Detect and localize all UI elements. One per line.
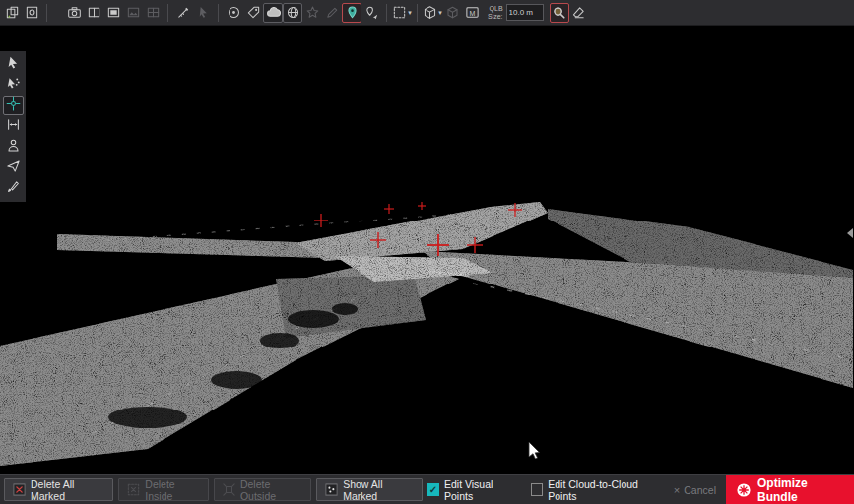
bottom-bar: Delete All MarkedDelete InsideDelete Out… (0, 474, 854, 504)
select-arrow-icon (6, 55, 21, 74)
pin-button[interactable] (342, 3, 361, 23)
left-toolbar (0, 51, 26, 202)
split-view-icon (87, 5, 101, 20)
point-cloud-canvas[interactable] (0, 26, 854, 474)
image-view-button[interactable] (123, 3, 143, 23)
cube-icon (423, 5, 437, 20)
viewport-3d[interactable] (0, 26, 854, 474)
shadow-patch (211, 371, 262, 389)
checkbox-box[interactable] (531, 483, 543, 496)
delete-inside-icon (126, 482, 141, 497)
measure-button[interactable] (173, 3, 193, 23)
select-points-button[interactable] (3, 76, 24, 94)
button-label: Show All Marked (343, 478, 414, 502)
width-measure-icon (6, 117, 21, 136)
project-settings-button[interactable] (22, 3, 41, 23)
delete-outside-button[interactable]: Delete Outside (214, 478, 311, 501)
import-scans-button[interactable] (2, 3, 22, 23)
optimize-burst-icon (736, 482, 752, 498)
person-button[interactable] (3, 138, 24, 157)
magnifier-icon (552, 5, 566, 20)
shadow-patch (332, 303, 358, 315)
cube-button[interactable]: ▾ (423, 3, 442, 23)
toolbar-separator (46, 4, 47, 22)
box-select-button[interactable]: ▾ (392, 3, 412, 23)
project-settings-icon (25, 5, 39, 20)
control-point-marker[interactable] (384, 204, 394, 214)
edit-cloud-to-cloud-checkbox[interactable]: Edit Cloud-to-Cloud Points (531, 478, 662, 502)
brush-button[interactable] (3, 179, 24, 198)
top-toolbar: ▾▾MQLBSize: (0, 0, 854, 26)
image-view-icon (126, 5, 141, 20)
record-button[interactable] (224, 3, 243, 23)
polygon-icon (305, 5, 320, 20)
cancel-button[interactable]: × Cancel (674, 484, 716, 496)
checkbox-label: Edit Cloud-to-Cloud Points (548, 478, 662, 502)
draw-icon (325, 5, 340, 20)
grid-view-button[interactable] (143, 3, 163, 23)
width-measure-button[interactable] (3, 117, 24, 136)
globe-icon (286, 5, 300, 20)
brush-icon (6, 179, 21, 198)
camera-button[interactable] (64, 3, 84, 23)
pick-button[interactable] (193, 3, 213, 23)
qlb-size-input[interactable] (506, 4, 544, 21)
measure-icon (176, 5, 191, 20)
button-label: Delete All Marked (31, 478, 105, 502)
navigate-icon (6, 158, 21, 177)
svg-text:M: M (469, 10, 475, 17)
select-arrow-button[interactable] (3, 55, 24, 74)
cube2-button[interactable] (442, 3, 462, 23)
person-icon (6, 138, 21, 157)
button-label: Delete Inside (145, 478, 201, 502)
control-point-marker[interactable] (314, 214, 328, 227)
cloud-icon (266, 5, 281, 20)
panel-expander-arrow[interactable] (847, 228, 853, 238)
cloud-button[interactable] (263, 3, 283, 23)
cancel-label: Cancel (684, 484, 716, 496)
pano-view-icon (106, 5, 121, 20)
pin-route-button[interactable] (361, 3, 381, 23)
dropdown-caret-icon[interactable]: ▾ (408, 9, 412, 17)
pin-route-icon (364, 5, 379, 20)
pano-view-button[interactable] (103, 3, 123, 23)
polygon-button[interactable] (302, 3, 322, 23)
move-marker-button[interactable] (3, 96, 24, 115)
bottom-checkboxes-group: ✓Edit Visual PointsEdit Cloud-to-Cloud P… (427, 478, 674, 502)
import-scans-icon (5, 5, 20, 20)
delete-outside-icon (222, 482, 236, 497)
camera-m-button[interactable]: M (462, 3, 482, 23)
optimize-bundle-button[interactable]: Optimize Bundle (726, 475, 854, 504)
tag-button[interactable] (243, 3, 263, 23)
delete-inside-button[interactable]: Delete Inside (118, 478, 209, 501)
toolbar-separator (417, 4, 418, 22)
magnifier-button[interactable] (550, 3, 569, 23)
toolbar-separator (167, 4, 168, 22)
show-all-marked-button[interactable]: Show All Marked (316, 478, 422, 501)
top-toolbar-items: ▾▾MQLBSize: (2, 3, 589, 23)
globe-button[interactable] (283, 3, 302, 23)
checkbox-box[interactable]: ✓ (427, 483, 439, 496)
grid-view-icon (146, 5, 161, 20)
eraser-icon (571, 5, 586, 20)
box-select-icon (392, 5, 407, 20)
move-marker-icon (6, 96, 21, 115)
toolbar-separator (386, 4, 387, 22)
pin-icon (345, 5, 360, 20)
application-window: ▾▾MQLBSize: (0, 0, 854, 504)
draw-button[interactable] (322, 3, 342, 23)
show-marked-icon (324, 482, 339, 497)
eraser-button[interactable] (569, 3, 589, 23)
select-points-icon (6, 76, 21, 94)
split-view-button[interactable] (84, 3, 103, 23)
close-icon: × (674, 484, 680, 496)
checkbox-label: Edit Visual Points (444, 478, 519, 502)
control-point-marker[interactable] (418, 202, 426, 210)
navigate-button[interactable] (3, 158, 24, 177)
delete-all-marked-button[interactable]: Delete All Marked (4, 478, 113, 501)
delete-marked-icon (12, 482, 27, 497)
optimize-label: Optimize Bundle (757, 476, 844, 504)
camera-m-icon: M (465, 5, 480, 20)
edit-visual-points-checkbox[interactable]: ✓Edit Visual Points (427, 478, 519, 502)
toolbar-separator (218, 4, 219, 22)
